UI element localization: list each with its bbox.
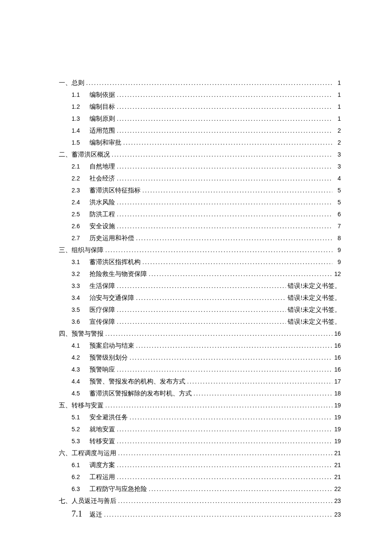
toc-title: 编制和审批 xyxy=(89,139,121,147)
toc-title: 宣传保障 xyxy=(89,318,115,326)
toc-title: 预警级别划分 xyxy=(89,354,128,362)
toc-entry: 五、转移与安置19 xyxy=(51,401,341,410)
toc-page-number: 12 xyxy=(334,270,341,277)
toc-leader-dots xyxy=(117,115,332,122)
toc-leader-dots xyxy=(117,222,332,230)
toc-number: 2.4 xyxy=(72,199,84,206)
toc-page-number: 1 xyxy=(334,91,341,98)
toc-number: 2.2 xyxy=(72,175,84,182)
toc-leader-dots xyxy=(105,401,332,409)
toc-number: 4.3 xyxy=(72,366,84,373)
toc-page-number: 21 xyxy=(334,462,341,468)
toc-entry: 3.1蓄滞洪区指挥机构9 xyxy=(51,258,341,266)
toc-number: 7.1 xyxy=(72,509,84,519)
toc-number: 5.2 xyxy=(72,426,84,433)
toc-page-number: 19 xyxy=(334,402,341,409)
toc-leader-dots xyxy=(117,174,332,182)
toc-number: 1.5 xyxy=(72,139,84,146)
toc-page-number: 16 xyxy=(334,366,341,373)
toc-leader-dots xyxy=(117,306,286,313)
toc-leader-dots xyxy=(193,389,332,397)
toc-page-number: 1 xyxy=(334,79,341,86)
toc-page-number: 16 xyxy=(334,354,341,361)
toc-entry: 七、人员返迁与善后23 xyxy=(51,497,341,505)
toc-page-number: 9 xyxy=(334,247,341,253)
toc-page-number: 8 xyxy=(334,235,341,241)
toc-entry: 3.2抢险救生与物资保障12 xyxy=(51,270,341,278)
toc-page-number: 9 xyxy=(334,259,341,265)
toc-entry: 二、蓄滞洪区概况3 xyxy=(51,151,341,159)
toc-title: 返迁 xyxy=(89,511,102,519)
toc-entry: 4.4预警、警报发布的机构、发布方式17 xyxy=(51,378,341,386)
toc-number: 2.1 xyxy=(72,163,84,170)
toc-number: 6.3 xyxy=(72,485,84,492)
toc-title: 三、组织与保障 xyxy=(59,246,104,254)
toc-number: 4.1 xyxy=(72,342,84,349)
toc-leader-dots xyxy=(136,234,332,241)
toc-title: 治安与交通保障 xyxy=(89,294,134,302)
toc-page-number: 19 xyxy=(334,426,341,433)
toc-page-number: 18 xyxy=(334,390,341,397)
toc-leader-dots xyxy=(130,354,332,361)
toc-leader-dots xyxy=(149,485,332,492)
toc-entry: 6.1调度方案21 xyxy=(51,461,341,469)
toc-entry: 2.1自然地理3 xyxy=(51,163,341,171)
toc-title: 蓄滞洪区警报解除的发布时机、方式 xyxy=(89,389,192,398)
toc-leader-dots xyxy=(117,425,332,433)
toc-entry: 3.6宣传保障错误!未定义书签。 xyxy=(51,318,341,326)
toc-entry: 六、工程调度与运用21 xyxy=(51,449,341,457)
toc-title: 工程防守与应急抢险 xyxy=(89,485,147,493)
toc-title: 就地安置 xyxy=(89,425,115,433)
toc-leader-dots xyxy=(117,282,286,289)
toc-number: 5.3 xyxy=(72,438,84,445)
toc-title: 医疗保障 xyxy=(89,306,115,314)
toc-entry: 4.5蓄滞洪区警报解除的发布时机、方式18 xyxy=(51,389,341,398)
toc-entry: 6.2工程运用21 xyxy=(51,473,341,481)
toc-number: 3.5 xyxy=(72,306,84,313)
toc-entry: 5.1安全避洪任务19 xyxy=(51,413,341,421)
toc-entry: 2.5防洪工程6 xyxy=(51,210,341,218)
toc-leader-dots xyxy=(117,91,332,98)
toc-entry: 2.3蓄滞洪区特征指标5 xyxy=(51,186,341,195)
toc-title: 历史运用和补偿 xyxy=(89,234,134,242)
toc-title: 适用范围 xyxy=(89,127,115,135)
toc-leader-dots xyxy=(118,497,332,504)
toc-number: 6.2 xyxy=(72,474,84,480)
toc-leader-dots xyxy=(117,127,332,134)
toc-number: 6.1 xyxy=(72,462,84,468)
toc-page-error: 错误!未定义书签。 xyxy=(288,294,341,302)
toc-leader-dots xyxy=(149,270,332,277)
toc-page-number: 5 xyxy=(334,199,341,206)
toc-entry: 2.7历史运用和补偿8 xyxy=(51,234,341,242)
toc-leader-dots xyxy=(104,511,332,518)
toc-entry: 三、组织与保障9 xyxy=(51,246,341,254)
toc-entry: 四、预警与警报16 xyxy=(51,330,341,338)
toc-entry: 2.4洪水风险5 xyxy=(51,198,341,206)
toc-page-number: 5 xyxy=(334,187,341,194)
toc-entry: 1.4适用范围2 xyxy=(51,127,341,135)
toc-number: 2.6 xyxy=(72,223,84,230)
toc-title: 编制原则 xyxy=(89,115,115,123)
toc-number: 2.5 xyxy=(72,211,84,218)
toc-title: 六、工程调度与运用 xyxy=(59,449,116,457)
toc-number: 4.5 xyxy=(72,390,84,397)
toc-title: 编制目标 xyxy=(89,103,115,111)
toc-page-number: 4 xyxy=(334,175,341,182)
toc-leader-dots xyxy=(117,437,332,445)
toc-page-error: 错误!未定义书签。 xyxy=(288,282,341,290)
toc-title: 编制依据 xyxy=(89,91,115,99)
toc-leader-dots xyxy=(117,461,332,468)
toc-page-number: 22 xyxy=(334,485,341,492)
toc-entry: 4.3预警响应16 xyxy=(51,366,341,374)
toc-page-number: 1 xyxy=(334,115,341,122)
toc-page-number: 2 xyxy=(334,139,341,146)
toc-number: 3.1 xyxy=(72,259,84,265)
toc-number: 1.3 xyxy=(72,115,84,122)
toc-page-number: 3 xyxy=(334,151,341,158)
toc-leader-dots xyxy=(117,473,332,480)
toc-title: 预警、警报发布的机构、发布方式 xyxy=(89,378,185,386)
toc-title: 安全设施 xyxy=(89,222,115,230)
toc-entry: 一、总则1 xyxy=(51,79,341,87)
toc-page-number: 16 xyxy=(334,330,341,337)
toc-leader-dots xyxy=(142,186,332,194)
